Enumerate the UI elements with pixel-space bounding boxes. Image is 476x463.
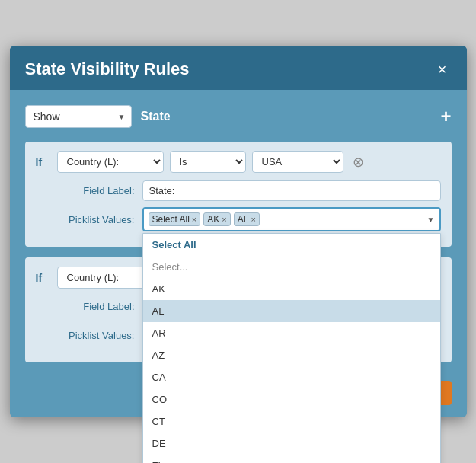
top-row: Show State + (25, 105, 452, 128)
tag-al: AL × (234, 212, 260, 226)
dropdown-item-ct[interactable]: CT (143, 410, 440, 433)
tag-ak: AK × (203, 212, 230, 226)
modal-header: State Visibility Rules × (10, 46, 467, 90)
tag-select-all-remove[interactable]: × (192, 215, 196, 224)
dropdown-item-select-placeholder[interactable]: Select... (143, 256, 440, 278)
close-button[interactable]: × (433, 60, 452, 78)
dropdown-item-de[interactable]: DE (143, 433, 440, 455)
rule1-picklist-label-text: Picklist Values: (59, 214, 135, 225)
tag-al-remove[interactable]: × (251, 215, 255, 224)
picklist-dropdown: Select All Select... AK AL AR AZ CA CO C… (142, 233, 441, 463)
rule1-picklist-row: Picklist Values: Select All × AK × AL (36, 207, 441, 232)
add-rule-button[interactable]: + (440, 107, 451, 126)
rule1-value-select[interactable]: USA (252, 151, 343, 173)
tag-ak-remove[interactable]: × (222, 215, 226, 224)
dropdown-item-fl[interactable]: FL (143, 455, 440, 463)
rule1-field-label-text: Field Label: (59, 185, 135, 196)
tag-select-all: Select All × (149, 212, 201, 226)
rule1-country-select[interactable]: Country (L): (57, 151, 164, 173)
rule1-field-label-row: Field Label: (36, 180, 441, 201)
rule2-picklist-label-text: Picklist Values: (59, 330, 135, 341)
modal-body: Show State + If Country (L): Is USA ⊗ Fi… (10, 90, 467, 417)
rule1-picklist-wrap: Select All × AK × AL × ▼ (142, 207, 441, 232)
dropdown-item-co[interactable]: CO (143, 388, 440, 410)
rule1-picklist-field[interactable]: Select All × AK × AL × ▼ (142, 207, 441, 232)
rule1-field-label-input[interactable] (142, 180, 441, 201)
show-select-wrap: Show (25, 105, 132, 128)
rule1-row: If Country (L): Is USA ⊗ (36, 151, 441, 173)
modal-title: State Visibility Rules (25, 59, 190, 79)
picklist-search-input[interactable] (263, 214, 308, 225)
rule1-is-select[interactable]: Is (170, 151, 246, 173)
dropdown-item-ar[interactable]: AR (143, 322, 440, 344)
dropdown-item-ca[interactable]: CA (143, 366, 440, 388)
dropdown-item-az[interactable]: AZ (143, 344, 440, 366)
dropdown-item-ak[interactable]: AK (143, 278, 440, 300)
rule-block-1: If Country (L): Is USA ⊗ Field Label: Pi… (25, 142, 452, 247)
rule2-if-label: If (36, 272, 51, 284)
rule1-remove-button[interactable]: ⊗ (350, 152, 367, 172)
modal: State Visibility Rules × Show State + If… (10, 46, 467, 417)
rule2-field-label-text: Field Label: (59, 301, 135, 312)
rule1-if-label: If (36, 156, 51, 168)
state-label: State (141, 110, 432, 123)
show-select[interactable]: Show (25, 105, 132, 128)
dropdown-item-al[interactable]: AL (143, 300, 440, 322)
picklist-arrow-icon: ▼ (427, 216, 435, 224)
dropdown-item-select-all[interactable]: Select All (143, 234, 440, 256)
